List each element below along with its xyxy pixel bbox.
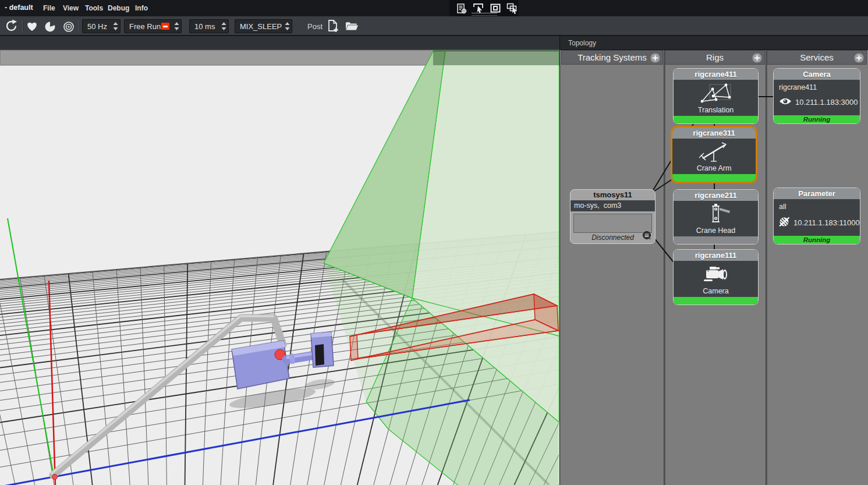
interval-value: 10 ms: [194, 22, 215, 31]
column-header-tracking-systems: Tracking Systems: [561, 50, 663, 65]
menu-info[interactable]: Info: [135, 4, 148, 12]
spinner-arrows-icon[interactable]: [173, 21, 180, 34]
toolbar-drag-handle[interactable]: [472, 13, 497, 16]
node-title: tsmosys11: [571, 190, 655, 200]
script-settings-icon[interactable]: [455, 2, 468, 17]
node-service-parameter[interactable]: Parameter all 10.211.1.183:11000 Running: [773, 187, 860, 245]
node-title: rigcrane411: [674, 69, 758, 80]
run-mode-dropdown[interactable]: Free Run: [124, 19, 182, 33]
translation-icon: [698, 82, 734, 108]
add-rig-button[interactable]: [752, 53, 762, 65]
crane-head-icon: [699, 203, 734, 229]
service-address: 10.211.1.183:3000: [795, 98, 858, 107]
add-tracking-system-button[interactable]: [650, 53, 660, 65]
target-icon[interactable]: [63, 21, 75, 35]
status-bar-running: [672, 174, 756, 182]
crane-arm-icon: [697, 141, 732, 165]
spinner-arrows-icon[interactable]: [221, 21, 227, 34]
column-header-rigs: Rigs: [665, 50, 765, 65]
status-bar-idle: [674, 236, 758, 244]
origin-marker: [52, 475, 58, 480]
scene-ceiling-band: [0, 36, 559, 50]
new-document-icon[interactable]: [327, 19, 340, 36]
parameter-icon: [779, 217, 790, 229]
open-folder-icon[interactable]: [345, 21, 359, 34]
node-title: rigcrane211: [674, 190, 758, 201]
data-preview-box: [573, 214, 652, 233]
node-label: Crane Arm: [672, 164, 756, 172]
service-target: rigcrane411: [779, 83, 817, 91]
menu-file[interactable]: File: [43, 4, 55, 12]
run-status-badge: [161, 23, 169, 30]
main-toolbar: 50 Hz Free Run 10 ms MIX_SLEEP Post: [0, 16, 868, 36]
topology-panel: Topology Tracking Systems Rigs Services: [559, 36, 868, 485]
run-mode-value: Free Run: [129, 22, 161, 31]
post-label: Post: [307, 22, 323, 31]
application-window: - default File View Tools Debug Info: [0, 0, 868, 485]
node-rigcrane411[interactable]: rigcrane411 Translation: [673, 68, 759, 124]
menu-bar: - default File View Tools Debug Info: [0, 0, 868, 16]
node-label: Camera: [674, 287, 758, 295]
frequency-dropdown[interactable]: 50 Hz: [82, 19, 121, 33]
node-label: Crane Head: [674, 226, 758, 235]
camera-icon: [699, 263, 733, 289]
scene-3d: [0, 36, 559, 485]
toolbar-separator: [22, 20, 23, 32]
toolbar-separator: [79, 20, 80, 32]
window-title: - default: [5, 3, 33, 12]
driver-label: mo-sys, com3: [571, 200, 655, 211]
log-bubble-icon[interactable]: [642, 231, 652, 242]
node-rigcrane211[interactable]: rigcrane211 Crane Head: [673, 189, 759, 245]
crane-lens: [315, 344, 324, 366]
status-bar-running: [674, 297, 758, 305]
node-rigcrane111[interactable]: rigcrane111 Camera: [673, 249, 759, 305]
add-service-button[interactable]: [854, 53, 864, 65]
viewport-3d[interactable]: [0, 36, 559, 485]
spinner-arrows-icon[interactable]: [284, 21, 290, 34]
eye-icon: [779, 97, 792, 107]
heart-icon[interactable]: [26, 21, 38, 34]
node-rigcrane311-selected[interactable]: rigcrane311 Crane Arm: [671, 126, 757, 183]
node-service-camera[interactable]: Camera rigcrane411 10.211.1.183:3000 Run…: [773, 68, 860, 124]
menu-debug[interactable]: Debug: [108, 4, 129, 12]
status-bar-running: [674, 116, 758, 123]
frequency-value: 50 Hz: [87, 22, 107, 31]
status-bar-running: Running: [774, 236, 860, 245]
menu-view[interactable]: View: [63, 4, 79, 12]
node-title: Camera: [774, 69, 860, 80]
node-title: rigcrane311: [672, 128, 756, 139]
timer-icon[interactable]: [44, 21, 56, 35]
select-windows-icon[interactable]: [506, 2, 519, 17]
spinner-arrows-icon[interactable]: [112, 21, 119, 34]
service-address: 10.211.1.183:11000: [793, 218, 860, 227]
node-title: Parameter: [774, 188, 860, 199]
floating-mini-toolbar: [449, 0, 518, 17]
node-tsmosys11[interactable]: tsmosys11 mo-sys, com3 Disconnected: [570, 189, 656, 244]
status-bar-running: Running: [774, 115, 860, 124]
mix-mode-value: MIX_SLEEP: [240, 22, 282, 31]
refresh-icon[interactable]: [5, 19, 18, 35]
mix-mode-dropdown[interactable]: MIX_SLEEP: [235, 19, 292, 33]
node-label: Translation: [674, 106, 758, 114]
menu-tools[interactable]: Tools: [85, 4, 103, 12]
column-header-services: Services: [767, 50, 867, 65]
service-target: all: [779, 203, 786, 211]
node-title: rigcrane111: [674, 250, 758, 261]
interval-dropdown[interactable]: 10 ms: [189, 19, 229, 33]
